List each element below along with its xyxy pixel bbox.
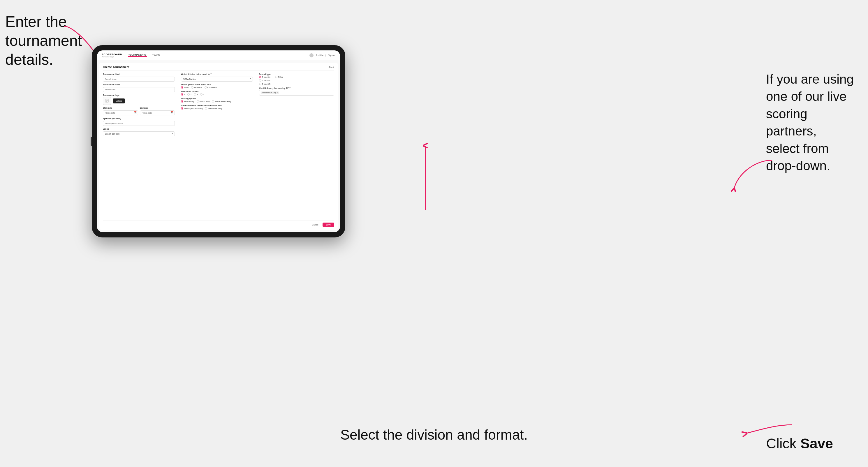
- live-scoring-label: Use third-party live scoring API?: [259, 87, 334, 89]
- annotation-live-line5: drop-down.: [766, 158, 830, 173]
- arrow-select-division: [417, 143, 434, 213]
- form-header: Create Tournament ‹ Back: [103, 66, 334, 71]
- format-6count5-label: 6 count 5: [262, 83, 270, 85]
- end-date-field: End date 📅: [140, 107, 175, 115]
- tournament-host-label: Tournament Host: [103, 73, 175, 75]
- rounds-4-label: 4: [203, 94, 204, 96]
- sponsor-label: Sponsor (optional): [103, 117, 175, 119]
- format-6count4-label: 6 count 4: [262, 80, 270, 82]
- rounds-field: Number of rounds 1 2: [181, 91, 253, 96]
- gender-mens-radio: [181, 86, 183, 89]
- scoring-radio-group: Stroke Play Match Play Medal Match Play: [181, 100, 253, 102]
- gender-label: Which gender is the event for?: [181, 84, 253, 86]
- event-teams[interactable]: Teams (+Individuals): [181, 107, 203, 110]
- navbar-item-teams[interactable]: TEAMS: [152, 54, 161, 57]
- live-scoring-tag: Leaderboard King ×: [261, 91, 279, 94]
- gender-field: Which gender is the event for? Mens Wome…: [181, 84, 253, 89]
- event-teams-radio: [181, 107, 183, 110]
- tournament-host-input[interactable]: [103, 76, 175, 82]
- save-button[interactable]: Save: [322, 223, 334, 227]
- logo-placeholder: [103, 97, 111, 105]
- gender-radio-group: Mens Womens Combined: [181, 86, 253, 89]
- navbar-user-label: Test User |: [316, 54, 326, 56]
- gender-combined[interactable]: Combined: [205, 86, 217, 89]
- rounds-4[interactable]: 4: [200, 93, 204, 96]
- format-6count4-radio: [259, 79, 261, 82]
- start-date-input[interactable]: [103, 111, 138, 115]
- format-other[interactable]: Other: [275, 76, 283, 78]
- gender-womens-radio: [191, 86, 193, 89]
- format-type-grid: 5 count 4 Other: [259, 76, 334, 85]
- rounds-4-radio: [200, 93, 203, 96]
- tournament-logo-field: Tournament logo Upload: [103, 94, 175, 105]
- format-type-row-3: 6 count 5: [259, 83, 334, 85]
- logo-upload-row: Upload: [103, 97, 175, 105]
- format-5count4[interactable]: 5 count 4: [259, 76, 270, 78]
- navbar-right: Test User | Sign out: [309, 53, 335, 57]
- middle-section: Which division is the event for? NCAA Di…: [181, 73, 256, 219]
- event-type-radio-group: Teams (+Individuals) Individuals Only: [181, 107, 253, 110]
- scoring-medal-match[interactable]: Medal Match Play: [212, 100, 231, 102]
- gender-mens-label: Mens: [184, 87, 189, 89]
- scoring-match[interactable]: Match Play: [197, 100, 210, 102]
- annotation-live-line4: select from: [766, 141, 829, 156]
- end-date-input[interactable]: [140, 111, 175, 115]
- form-container: Create Tournament ‹ Back Tournament Host: [99, 63, 338, 230]
- format-other-radio: [275, 76, 277, 78]
- scoring-stroke[interactable]: Stroke Play: [181, 100, 194, 102]
- annotation-save-bold: Save: [800, 436, 833, 451]
- live-scoring-input-wrapper: Leaderboard King ×: [259, 90, 334, 96]
- format-5count4-radio: [259, 76, 261, 78]
- sponsor-input[interactable]: [103, 121, 175, 126]
- tablet-screen: SCOREBOARD Powered by Clippit TOURNAMENT…: [97, 51, 340, 232]
- rounds-1-radio: [181, 93, 183, 96]
- end-date-label: End date: [140, 107, 175, 109]
- event-teams-label: Teams (+Individuals): [184, 107, 203, 110]
- main-content: Create Tournament ‹ Back Tournament Host: [97, 60, 340, 232]
- start-date-wrapper: 📅: [103, 110, 138, 115]
- format-5count4-label: 5 count 4: [262, 76, 270, 78]
- start-date-label: Start date: [103, 107, 138, 109]
- tournament-name-input[interactable]: [103, 87, 175, 92]
- navbar-signout[interactable]: Sign out: [328, 54, 335, 56]
- live-scoring-clear-btn[interactable]: ×: [277, 92, 278, 94]
- venue-select[interactable]: Search golf club: [103, 131, 175, 136]
- back-link[interactable]: ‹ Back: [328, 66, 334, 68]
- form-footer: Cancel Save: [103, 221, 334, 227]
- gender-womens[interactable]: Womens: [191, 86, 202, 89]
- form-columns: Tournament Host Tournament name Tourname…: [103, 73, 334, 219]
- gender-mens[interactable]: Mens: [181, 86, 189, 89]
- rounds-1[interactable]: 1: [181, 93, 185, 96]
- navbar-logo: SCOREBOARD Powered by Clippit: [102, 53, 122, 58]
- format-6count5[interactable]: 6 count 5: [259, 83, 270, 85]
- scoring-stroke-radio: [181, 100, 183, 102]
- navbar-item-tournaments[interactable]: TOURNAMENTS: [128, 54, 147, 57]
- event-individuals-label: Individuals Only: [208, 107, 222, 110]
- format-type-field: Format type 5 count 4 Other: [259, 73, 334, 85]
- form-title: Create Tournament: [103, 66, 129, 69]
- tablet-side-button: [91, 137, 92, 146]
- rounds-radio-group: 1 2 3: [181, 93, 253, 96]
- date-row: Start date 📅 End date 📅: [103, 107, 175, 115]
- tournament-logo-label: Tournament logo: [103, 94, 175, 96]
- format-other-label: Other: [278, 76, 283, 78]
- upload-button[interactable]: Upload: [113, 98, 125, 103]
- scoring-medal-label: Medal Match Play: [215, 100, 231, 102]
- rounds-label: Number of rounds: [181, 91, 253, 93]
- tournament-name-field: Tournament name: [103, 84, 175, 92]
- scoring-medal-radio: [212, 100, 214, 102]
- rounds-3[interactable]: 3: [194, 93, 198, 96]
- scoring-match-label: Match Play: [199, 100, 210, 102]
- rounds-3-label: 3: [197, 94, 198, 96]
- cancel-button[interactable]: Cancel: [310, 223, 321, 227]
- annotation-select-division-text: Select the division and format.: [340, 427, 528, 442]
- event-individuals[interactable]: Individuals Only: [205, 107, 222, 110]
- division-label: Which division is the event for?: [181, 73, 253, 75]
- format-6count5-radio: [259, 83, 261, 85]
- format-6count4[interactable]: 6 count 4: [259, 79, 270, 82]
- annotation-live-line1: If you are using: [766, 72, 854, 86]
- rounds-2[interactable]: 2: [187, 93, 191, 96]
- scoring-label: Scoring system: [181, 98, 253, 100]
- gender-combined-radio: [205, 86, 207, 89]
- division-select[interactable]: NCAA Division I: [181, 76, 253, 82]
